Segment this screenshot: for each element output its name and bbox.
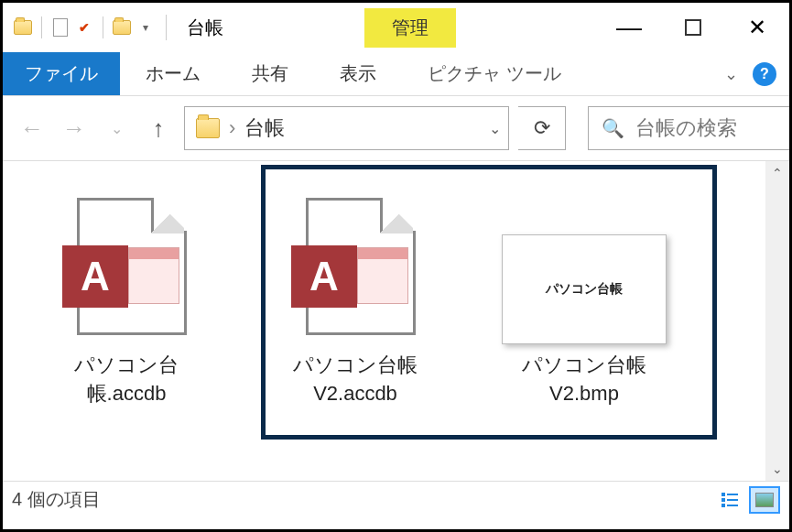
scroll-thumb[interactable] xyxy=(765,185,789,457)
file-item[interactable]: パソコン台帳 パソコン台帳V2.bmp xyxy=(488,189,680,418)
history-dropdown[interactable]: ⌄ xyxy=(100,112,133,145)
back-button[interactable]: ← xyxy=(16,112,49,145)
bmp-thumbnail-text: パソコン台帳 xyxy=(546,281,623,298)
scroll-up-icon[interactable]: ⌃ xyxy=(765,161,789,185)
qat-check-icon[interactable]: ✔ xyxy=(75,18,93,37)
title-bar: ✔ ▾ 台帳 管理 — ✕ xyxy=(3,3,789,52)
address-bar[interactable]: › 台帳 ⌄ xyxy=(184,106,509,150)
ribbon-collapse-icon[interactable]: ⌄ xyxy=(724,64,738,84)
vertical-scrollbar[interactable]: ⌃ ⌄ xyxy=(765,161,789,481)
qat-newfolder-icon[interactable] xyxy=(113,18,131,37)
minimize-button[interactable]: — xyxy=(597,3,661,52)
contextual-tab-group: 管理 xyxy=(364,8,456,48)
window-title: 台帳 xyxy=(187,16,223,40)
breadcrumb-current[interactable]: 台帳 xyxy=(244,114,285,142)
up-button[interactable]: ↑ xyxy=(142,112,175,145)
view-details-button[interactable] xyxy=(714,486,745,514)
tab-share[interactable]: 共有 xyxy=(226,52,314,95)
view-large-icons-button[interactable] xyxy=(749,486,780,514)
refresh-button[interactable]: ⟳ xyxy=(518,106,566,150)
file-name: パソコン台帳.accdb xyxy=(36,352,217,408)
access-file-icon: A xyxy=(291,198,419,344)
qat-customize-icon[interactable]: ▾ xyxy=(136,18,155,37)
qat-folder-icon[interactable] xyxy=(14,18,32,37)
address-dropdown-icon[interactable]: ⌄ xyxy=(489,120,501,137)
tab-picture-tools[interactable]: ピクチャ ツール xyxy=(402,52,587,95)
navigation-bar: ← → ⌄ ↑ › 台帳 ⌄ ⟳ 🔍 台帳の検索 xyxy=(3,96,789,160)
file-list-pane: A パソコン台帳.accdb A パソコン台帳V2.accdb パソコン台帳 パ… xyxy=(3,160,789,481)
forward-button[interactable]: → xyxy=(58,112,91,145)
file-item[interactable]: A パソコン台帳V2.accdb xyxy=(259,189,451,418)
address-folder-icon xyxy=(196,118,220,138)
tab-view[interactable]: 表示 xyxy=(314,52,402,95)
bmp-thumbnail-icon: パソコン台帳 xyxy=(502,234,667,344)
tab-file[interactable]: ファイル xyxy=(3,52,120,95)
breadcrumb-separator: › xyxy=(229,116,235,140)
access-file-icon: A xyxy=(62,198,190,344)
maximize-button[interactable] xyxy=(661,3,725,52)
file-name: パソコン台帳V2.accdb xyxy=(265,352,446,408)
search-box[interactable]: 🔍 台帳の検索 xyxy=(588,106,789,150)
status-item-count: 4 個の項目 xyxy=(12,487,101,512)
qat-properties-icon[interactable] xyxy=(51,18,70,37)
search-placeholder: 台帳の検索 xyxy=(635,114,737,142)
file-item[interactable]: A パソコン台帳.accdb xyxy=(30,189,222,418)
close-button[interactable]: ✕ xyxy=(725,3,789,52)
help-button[interactable]: ? xyxy=(753,62,776,86)
tab-home[interactable]: ホーム xyxy=(120,52,226,95)
file-name: パソコン台帳V2.bmp xyxy=(494,352,675,408)
scroll-down-icon[interactable]: ⌄ xyxy=(765,457,789,481)
ribbon-tabs: ファイル ホーム 共有 表示 ピクチャ ツール ⌄ ? xyxy=(3,52,789,96)
status-bar: 4 個の項目 xyxy=(3,481,789,517)
search-icon: 🔍 xyxy=(602,117,624,139)
